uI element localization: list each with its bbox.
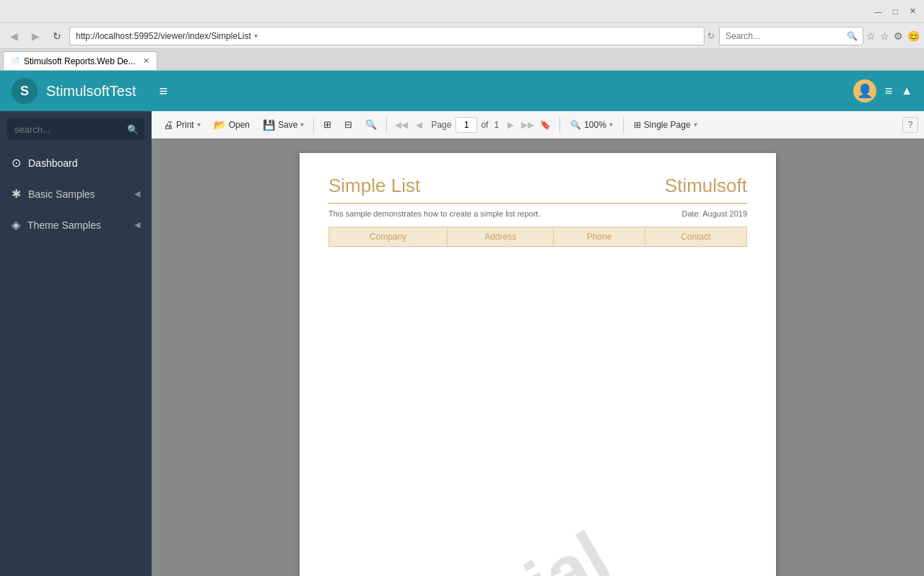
separator-4 bbox=[623, 117, 624, 133]
sidebar-search-input[interactable] bbox=[7, 118, 144, 140]
settings-browser-icon[interactable]: ⚙ bbox=[894, 30, 903, 42]
close-btn[interactable]: ✕ bbox=[907, 6, 918, 17]
report-table: Company Address Phone Contact bbox=[328, 227, 747, 247]
prev-page-button[interactable]: ◀ bbox=[411, 117, 427, 133]
last-page-button[interactable]: ▶▶ bbox=[520, 117, 536, 133]
table-header-row: Company Address Phone Contact bbox=[329, 227, 747, 247]
app-logo: S bbox=[12, 78, 38, 104]
next-page-button[interactable]: ▶ bbox=[502, 117, 518, 133]
header-collapse-icon[interactable]: ▲ bbox=[901, 84, 912, 97]
sidebar-item-dashboard[interactable]: ⊙ Dashboard bbox=[0, 147, 152, 178]
separator-1 bbox=[313, 117, 314, 133]
page-label: Page bbox=[431, 120, 451, 130]
theme-samples-chevron-icon: ◀ bbox=[134, 220, 140, 230]
avatar[interactable]: 👤 bbox=[853, 79, 876, 102]
report-area: 🖨 Print ▾ 📂 Open 💾 Save ▾ ⊞ bbox=[152, 111, 924, 576]
sidebar: 🔍 ⊙ Dashboard ✱ Basic Samples ◀ ◈ Theme … bbox=[0, 111, 152, 576]
user-browser-icon[interactable]: 😊 bbox=[907, 30, 920, 42]
report-scroll-area[interactable]: Simple List Stimulsoft This sample demon… bbox=[152, 139, 924, 576]
open-icon: 📂 bbox=[214, 119, 226, 131]
refresh-button[interactable]: ↻ bbox=[48, 27, 66, 45]
search-highlight-icon: ⊞ bbox=[323, 119, 331, 130]
hamburger-menu-icon[interactable]: ≡ bbox=[159, 83, 167, 100]
tab-close-btn[interactable]: ✕ bbox=[143, 56, 149, 66]
active-tab[interactable]: 📄 Stimulsoft Reports.Web De... ✕ bbox=[3, 51, 157, 70]
app-header: S StimulsoftTest ≡ 👤 ≡ ▲ bbox=[0, 71, 924, 111]
report-company-name: Stimulsoft bbox=[665, 175, 747, 197]
sidebar-dashboard-label: Dashboard bbox=[28, 157, 140, 169]
sidebar-search-container: 🔍 bbox=[0, 111, 152, 147]
toolbar-btn-3[interactable]: 🔍 bbox=[359, 115, 383, 135]
open-button[interactable]: 📂 Open bbox=[208, 115, 256, 135]
app-header-right: 👤 ≡ ▲ bbox=[853, 79, 912, 102]
back-button[interactable]: ◀ bbox=[4, 27, 23, 45]
col-company: Company bbox=[329, 227, 448, 247]
open-label: Open bbox=[229, 120, 250, 130]
separator-3 bbox=[559, 117, 560, 133]
first-page-button[interactable]: ◀◀ bbox=[393, 117, 409, 133]
header-settings-icon[interactable]: ≡ bbox=[885, 84, 893, 99]
address-dropdown-arrow[interactable]: ▾ bbox=[254, 32, 258, 40]
report-header: Simple List Stimulsoft bbox=[328, 175, 747, 204]
browser-titlebar: — □ ✕ bbox=[0, 0, 924, 23]
page-number-input[interactable] bbox=[456, 117, 477, 133]
browser-search-input[interactable] bbox=[719, 27, 863, 45]
browser-controls: — □ ✕ bbox=[872, 6, 918, 17]
help-button[interactable]: ? bbox=[902, 117, 918, 133]
app-content: 🔍 ⊙ Dashboard ✱ Basic Samples ◀ ◈ Theme … bbox=[0, 111, 924, 576]
address-text: http://localhost:59952/viewer/index/Simp… bbox=[76, 31, 251, 41]
trial-watermark: Trial bbox=[453, 515, 623, 576]
copy-icon: ⊟ bbox=[344, 119, 352, 130]
zoom-icon: 🔍 bbox=[570, 120, 581, 130]
print-label: Print bbox=[176, 120, 194, 130]
favorites-icon[interactable]: ☆ bbox=[866, 30, 876, 42]
sidebar-item-theme-samples[interactable]: ◈ Theme Samples ◀ bbox=[0, 209, 152, 240]
report-title: Simple List bbox=[328, 175, 420, 197]
col-address: Address bbox=[448, 227, 554, 247]
tab-favicon: 📄 bbox=[11, 57, 19, 65]
toolbar-btn-1[interactable]: ⊞ bbox=[318, 115, 337, 135]
zoom-dropdown-arrow: ▾ bbox=[609, 121, 613, 128]
tab-label: Stimulsoft Reports.Web De... bbox=[24, 56, 136, 66]
zoom-button[interactable]: 🔍 100% ▾ bbox=[564, 115, 619, 135]
save-dropdown-arrow: ▾ bbox=[300, 121, 304, 128]
dashboard-icon: ⊙ bbox=[12, 156, 21, 170]
page-of-label: of bbox=[481, 120, 488, 130]
sidebar-item-basic-samples[interactable]: ✱ Basic Samples ◀ bbox=[0, 178, 152, 209]
print-icon: 🖨 bbox=[163, 119, 173, 131]
report-description: This sample demonstrates how to create a… bbox=[328, 209, 540, 218]
sidebar-basic-samples-label: Basic Samples bbox=[28, 188, 127, 200]
print-button[interactable]: 🖨 Print ▾ bbox=[157, 115, 206, 135]
bookmark-button[interactable]: 🔖 bbox=[537, 117, 553, 133]
reading-list-icon[interactable]: ☆ bbox=[880, 30, 889, 42]
forward-button[interactable]: ▶ bbox=[26, 27, 45, 45]
find-icon: 🔍 bbox=[365, 119, 377, 130]
theme-samples-icon: ◈ bbox=[12, 218, 20, 232]
view-mode-label: Single Page bbox=[644, 120, 691, 130]
save-icon: 💾 bbox=[263, 119, 275, 131]
search-container: 🔍 bbox=[719, 27, 863, 45]
basic-samples-icon: ✱ bbox=[12, 187, 21, 201]
page-nav-group: ◀◀ ◀ Page of 1 ▶ ▶▶ 🔖 bbox=[393, 117, 553, 133]
help-icon: ? bbox=[908, 120, 913, 130]
toolbar-btn-2[interactable]: ⊟ bbox=[339, 115, 358, 135]
refresh-indicator: ↻ bbox=[707, 31, 715, 41]
sidebar-search-icon: 🔍 bbox=[127, 124, 139, 135]
address-bar[interactable]: http://localhost:59952/viewer/index/Simp… bbox=[69, 27, 705, 45]
basic-samples-chevron-icon: ◀ bbox=[134, 189, 140, 198]
logo-letter: S bbox=[20, 84, 29, 99]
print-dropdown-arrow: ▾ bbox=[197, 121, 201, 128]
view-mode-button[interactable]: ⊞ Single Page ▾ bbox=[627, 115, 704, 135]
report-page: Simple List Stimulsoft This sample demon… bbox=[300, 153, 776, 576]
save-button[interactable]: 💾 Save ▾ bbox=[257, 115, 310, 135]
view-mode-icon: ⊞ bbox=[634, 120, 641, 130]
col-contact: Contact bbox=[645, 227, 746, 247]
minimize-btn[interactable]: — bbox=[872, 6, 884, 17]
app-wrapper: S StimulsoftTest ≡ 👤 ≡ ▲ 🔍 ⊙ Dashboard ✱ bbox=[0, 71, 924, 576]
zoom-label: 100% bbox=[584, 120, 606, 130]
app-title: StimulsoftTest bbox=[46, 83, 136, 100]
maximize-btn[interactable]: □ bbox=[889, 6, 901, 17]
browser-tabbar: 📄 Stimulsoft Reports.Web De... ✕ bbox=[0, 49, 924, 71]
separator-2 bbox=[386, 117, 387, 133]
browser-search-icon: 🔍 bbox=[847, 31, 858, 41]
